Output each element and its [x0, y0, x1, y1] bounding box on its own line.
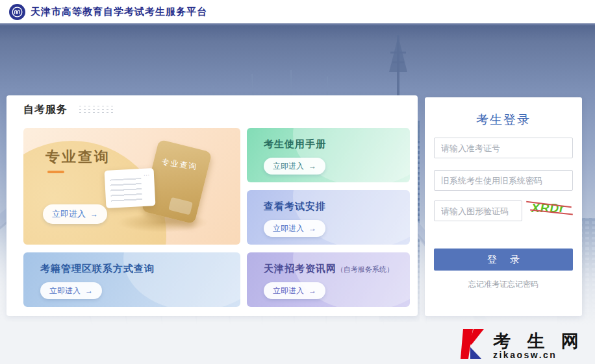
services-section-title: 自考服务 [23, 103, 68, 117]
enter-button-label: 立即进入 [273, 161, 304, 172]
forgot-credentials-link[interactable]: 忘记准考证忘记密码 [425, 279, 582, 290]
swoosh-decoration [123, 252, 240, 307]
major-query-enter-button[interactable]: 立即进入 → [43, 204, 107, 224]
platform-logo-icon [9, 4, 25, 20]
exam-schedule-enter-button[interactable]: 立即进入 → [264, 220, 325, 237]
password-input[interactable] [434, 170, 573, 191]
zikaosw-watermark-logo[interactable]: 考 生 网 zikaosw.cn [461, 328, 585, 360]
document-illustration: ... [105, 168, 156, 208]
top-header-bar: 天津市高等教育自学考试考生服务平台 [0, 0, 595, 23]
captcha-input[interactable] [434, 200, 522, 221]
watermark-domain: zikaosw.cn [493, 350, 557, 360]
services-panel: 自考服务 专业查询 专业查询 ... 立即进入 → 考生使用手册 立即进入 [6, 95, 418, 316]
enter-button-label: 立即进入 [273, 285, 304, 297]
login-title: 考生登录 [425, 112, 582, 128]
site-title: 天津市高等教育自学考试考生服务平台 [31, 6, 207, 18]
admission-ticket-input[interactable] [434, 138, 573, 158]
district-contact-enter-button[interactable]: 立即进入 → [40, 282, 102, 299]
major-query-illustration: 专业查询 ... [95, 133, 231, 242]
services-section-header: 自考服务 [23, 103, 114, 117]
captcha-image[interactable]: XRDr [526, 196, 576, 222]
book-badge [168, 197, 193, 215]
district-contact-title: 考籍管理区联系方式查询 [40, 263, 155, 275]
arrow-right-icon: → [309, 224, 316, 233]
document-lines [110, 178, 142, 202]
student-manual-enter-button[interactable]: 立即进入 → [264, 158, 325, 175]
document-dots: ... [144, 171, 150, 176]
k-logo-icon [461, 328, 490, 360]
dots-decoration [78, 104, 114, 115]
arrow-right-icon: → [309, 286, 316, 295]
zhaokao-site-subtitle: （自考服务系统） [336, 265, 394, 273]
watermark-text: 考 生 网 zikaosw.cn [493, 333, 585, 360]
service-card-district-contact[interactable]: 考籍管理区联系方式查询 立即进入 → [23, 252, 240, 307]
zhaokao-site-title-text: 天津招考资讯网 [264, 263, 336, 274]
login-button[interactable]: 登 录 [434, 249, 573, 271]
enter-button-label: 立即进入 [52, 208, 86, 220]
service-card-student-manual[interactable]: 考生使用手册 立即进入 → [247, 128, 410, 182]
enter-button-label: 立即进入 [273, 223, 304, 234]
service-card-zhaokao-site[interactable]: 天津招考资讯网（自考服务系统） 立即进入 → [247, 252, 410, 307]
zhaokao-site-title: 天津招考资讯网（自考服务系统） [264, 263, 394, 275]
login-panel: 考生登录 XRDr 登 录 忘记准考证忘记密码 [425, 97, 582, 316]
arrow-right-icon: → [90, 210, 98, 219]
watermark-site-name: 考 生 网 [493, 333, 585, 350]
service-card-major-query[interactable]: 专业查询 专业查询 ... 立即进入 → [23, 128, 240, 245]
zhaokao-site-enter-button[interactable]: 立即进入 → [264, 282, 325, 299]
arrow-right-icon: → [85, 286, 93, 295]
service-card-exam-schedule[interactable]: 查看考试安排 立即进入 → [247, 190, 410, 245]
exam-schedule-title: 查看考试安排 [264, 200, 326, 213]
book-label: 专业查询 [161, 156, 199, 173]
student-manual-title: 考生使用手册 [264, 138, 326, 151]
arrow-right-icon: → [309, 162, 316, 171]
major-query-title: 专业查询 [45, 147, 110, 167]
major-query-underline [47, 171, 64, 173]
enter-button-label: 立即进入 [49, 285, 81, 297]
